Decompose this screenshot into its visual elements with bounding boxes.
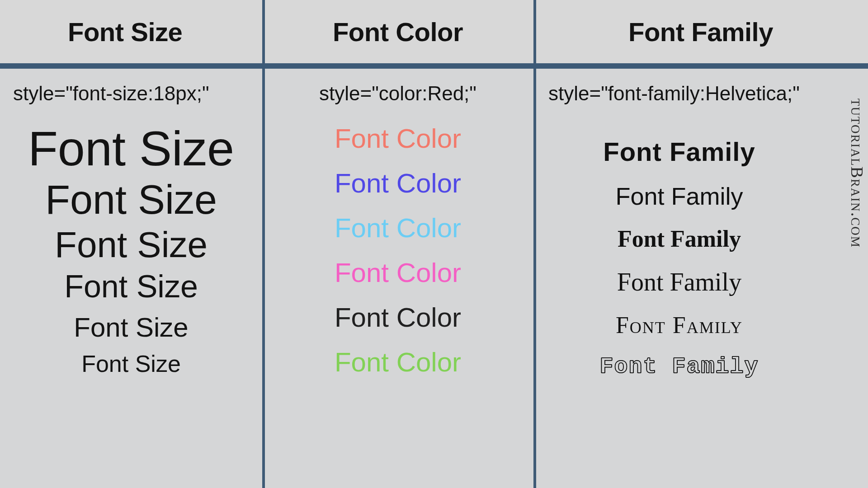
syntax-font-color: style="color:Red;" — [274, 82, 522, 105]
tutorial-font-comparison: Font Size Font Color Font Family style="… — [0, 0, 868, 488]
column-font-family: style="font-family:Helvetica;" Font Fami… — [533, 69, 868, 488]
watermark-text: tutorialBrain.com — [847, 99, 867, 248]
font-size-sample: Font Size — [11, 313, 251, 342]
font-color-sample: Font Color — [274, 123, 522, 154]
header-font-family: Font Family — [533, 0, 868, 63]
font-size-sample: Font Size — [11, 178, 251, 221]
header-row: Font Size Font Color Font Family — [0, 0, 868, 63]
header-font-size: Font Size — [0, 0, 262, 63]
font-family-sample: Font Family — [545, 354, 814, 380]
body-row: style="font-size:18px;" Font Size Font S… — [0, 69, 868, 488]
header-font-color: Font Color — [262, 0, 533, 63]
font-family-sample: Font Family — [545, 136, 814, 167]
font-size-sample: Font Size — [11, 270, 251, 304]
column-font-color: style="color:Red;" Font Color Font Color… — [262, 69, 533, 488]
horizontal-divider — [0, 63, 868, 69]
font-color-sample: Font Color — [274, 347, 522, 378]
font-color-sample: Font Color — [274, 168, 522, 199]
column-font-size: style="font-size:18px;" Font Size Font S… — [0, 69, 262, 488]
font-size-sample: Font Size — [11, 123, 251, 174]
font-family-sample: Font Family — [545, 312, 814, 338]
font-family-sample: Font Family — [545, 182, 814, 210]
font-size-sample: Font Size — [11, 352, 251, 376]
font-family-sample: Font Family — [545, 267, 814, 296]
syntax-font-family: style="font-family:Helvetica;" — [545, 82, 814, 105]
vertical-divider — [533, 0, 536, 488]
syntax-font-size: style="font-size:18px;" — [11, 82, 251, 105]
font-color-sample: Font Color — [274, 257, 522, 288]
font-size-sample: Font Size — [11, 226, 251, 264]
font-family-sample: Font Family — [545, 225, 814, 252]
font-color-sample: Font Color — [274, 212, 522, 244]
font-color-sample: Font Color — [274, 302, 522, 333]
vertical-divider — [262, 0, 265, 488]
